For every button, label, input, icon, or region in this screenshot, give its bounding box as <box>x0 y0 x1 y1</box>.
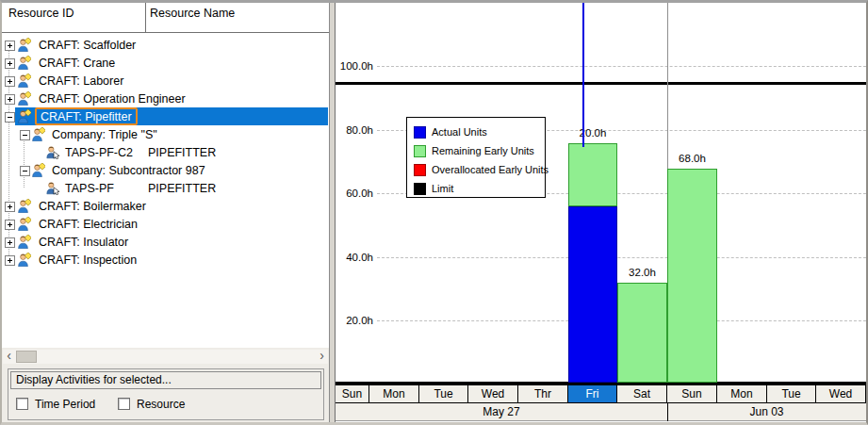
day-cell: Mon <box>717 385 767 402</box>
column-header-resource-name[interactable]: Resource Name <box>150 7 235 20</box>
resource-checkbox[interactable] <box>118 398 130 410</box>
resource-icon <box>30 127 45 141</box>
bar-value-label: 20.0h <box>568 127 617 141</box>
tree-row-label: CRAFT: Scaffolder <box>39 39 136 52</box>
legend-item: Actual Units <box>414 123 545 141</box>
resource-id-cell: TAPS-PF-C2 <box>65 146 133 159</box>
y-axis-label: 40.0h <box>336 250 373 265</box>
chart-legend: Actual Units Remaining Early Units Overa… <box>406 117 546 198</box>
resource-icon <box>16 109 31 123</box>
day-cell: Thr <box>518 385 568 402</box>
day-cell: Tue <box>419 385 468 402</box>
expand-icon[interactable] <box>5 58 15 69</box>
legend-label: Limit <box>432 183 453 194</box>
focused-row-label: CRAFT: Pipefitter <box>35 107 138 125</box>
resource-name-cell: PIPEFITTER <box>148 146 216 159</box>
collapse-icon[interactable] <box>20 166 30 176</box>
timescale-weeks-row: May 27 Jun 03 <box>336 403 866 421</box>
scroll-left-arrow[interactable]: ‹ <box>3 350 15 364</box>
y-axis-label: 80.0h <box>336 123 373 138</box>
expand-icon[interactable] <box>5 94 15 105</box>
gridline-40h <box>377 257 866 258</box>
scroll-right-arrow[interactable]: › <box>316 350 328 364</box>
expand-icon[interactable] <box>5 41 15 51</box>
legend-label: Remaining Early Units <box>432 145 534 156</box>
expand-icon[interactable] <box>5 76 15 87</box>
resource-icon <box>16 91 31 106</box>
tree-row-resource-taps-pf[interactable]: TAPS-PF PIPEFITTER <box>2 179 329 197</box>
day-cell: Mon <box>369 385 419 402</box>
tree-row-craft-crane[interactable]: CRAFT: Crane <box>2 54 329 72</box>
tree-row-label: CRAFT: Laborer <box>39 74 123 88</box>
y-axis-label: 60.0h <box>336 186 373 201</box>
y-axis-label: 20.0h <box>336 313 373 328</box>
resource-table-panel: Resource ID Resource Name CRAFT: Scaffol… <box>2 3 330 422</box>
tree-row-craft-boilermaker[interactable]: CRAFT: Boilermaker <box>2 197 329 215</box>
gridline-100h <box>377 66 866 67</box>
bar-actual-units <box>568 206 617 383</box>
resource-cursor-icon <box>45 145 60 159</box>
expand-icon[interactable] <box>5 237 15 248</box>
tree-row-label: CRAFT: Inspection <box>39 253 137 267</box>
tree-row-company-subcontractor-987[interactable]: Company: Subcontractor 987 <box>2 161 329 179</box>
tree-row-craft-laborer[interactable]: CRAFT: Laborer <box>2 72 329 90</box>
resource-icon <box>16 74 31 88</box>
resource-icon <box>16 199 31 213</box>
timescale-days-row: Sun Mon Tue Wed Thr Fri Sat Sun Mon Tue … <box>336 384 866 403</box>
legend-label: Actual Units <box>432 126 487 138</box>
tree-row-craft-operation-engineer[interactable]: CRAFT: Operation Engineer <box>2 90 329 107</box>
tree-row-craft-insulator[interactable]: CRAFT: Insulator <box>2 233 329 251</box>
collapse-icon[interactable] <box>5 112 15 123</box>
day-cell: Sun <box>336 385 369 402</box>
horizontal-scrollbar[interactable]: ‹ › <box>3 350 328 364</box>
legend-item: Remaining Early Units <box>414 141 545 160</box>
resource-usage-window: Resource ID Resource Name CRAFT: Scaffol… <box>0 0 868 425</box>
time-period-checkbox-label[interactable]: Time Period <box>35 398 95 411</box>
table-header: Resource ID Resource Name <box>2 3 329 33</box>
day-cell: Sat <box>617 385 667 402</box>
expand-icon[interactable] <box>5 255 15 266</box>
day-cell: Sun <box>667 385 717 402</box>
expand-icon[interactable] <box>5 220 15 230</box>
legend-label: Overallocated Early Units <box>432 164 549 175</box>
resource-checkbox-label[interactable]: Resource <box>137 398 185 411</box>
legend-item: Overallocated Early Units <box>414 160 545 179</box>
column-divider[interactable] <box>145 3 146 33</box>
expand-icon[interactable] <box>5 202 15 212</box>
tree-row-label: Company: Triple "S" <box>52 128 157 141</box>
tree-row-craft-pipefitter-selected[interactable]: CRAFT: Pipefitter <box>2 107 329 125</box>
tree-row-label: CRAFT: Crane <box>39 57 115 70</box>
tree-row-company-triple-s[interactable]: Company: Triple "S" <box>2 125 329 143</box>
collapse-icon[interactable] <box>20 130 30 140</box>
resource-icon <box>16 38 31 52</box>
day-cell-data-date: Fri <box>568 385 617 402</box>
panel-footer: ‹ › Display Activities for selected... T… <box>2 348 329 422</box>
bar-remaining-early-units <box>667 169 717 384</box>
bar-value-label: 68.0h <box>667 153 717 167</box>
scrollbar-thumb[interactable] <box>16 351 37 363</box>
legend-swatch-remaining-early-units <box>414 145 426 157</box>
legend-swatch-limit <box>414 183 426 195</box>
tree-row-craft-scaffolder[interactable]: CRAFT: Scaffolder <box>2 36 329 54</box>
time-period-checkbox[interactable] <box>16 398 28 410</box>
bar-remaining-early-units <box>617 283 667 383</box>
legend-swatch-actual-units <box>414 126 426 139</box>
bar-remaining-early-units <box>568 143 617 207</box>
week-cell: Jun 03 <box>667 403 866 420</box>
limit-line <box>336 82 866 85</box>
resource-id-cell: TAPS-PF <box>65 182 114 195</box>
resource-icon <box>30 163 45 177</box>
legend-swatch-overallocated-early-units <box>414 164 426 176</box>
resource-icon <box>16 235 31 249</box>
column-header-resource-id[interactable]: Resource ID <box>8 7 74 20</box>
tree-row-resource-taps-pf-c2[interactable]: TAPS-PF-C2 PIPEFITTER <box>2 143 329 161</box>
resource-usage-profile: 100.0h 80.0h 60.0h 40.0h 20.0h 20.0h32.0… <box>335 3 866 422</box>
resource-cursor-icon <box>45 181 60 195</box>
resource-name-cell: PIPEFITTER <box>148 182 216 195</box>
tree-row-label: Company: Subcontractor 987 <box>52 164 205 177</box>
tree-row-craft-inspection[interactable]: CRAFT: Inspection <box>2 251 329 269</box>
tree-row-label: CRAFT: Insulator <box>39 236 128 249</box>
legend-item: Limit <box>414 179 545 198</box>
bar-value-label: 32.0h <box>617 267 667 281</box>
tree-row-craft-electrician[interactable]: CRAFT: Electrician <box>2 215 329 233</box>
